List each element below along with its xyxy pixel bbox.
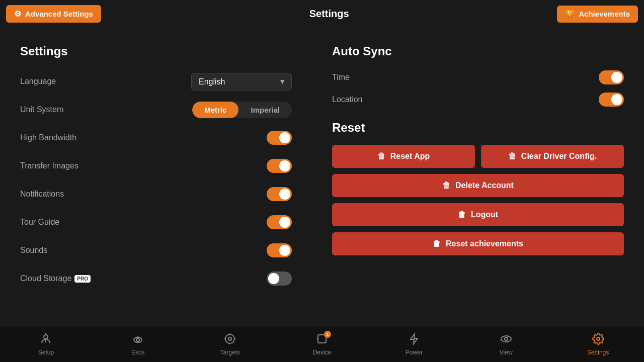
metric-button[interactable]: Metric bbox=[192, 102, 238, 118]
svg-point-0 bbox=[44, 335, 48, 339]
svg-point-6 bbox=[225, 334, 234, 343]
device-notification-badge: 1 bbox=[324, 331, 331, 338]
time-sync-row: Time bbox=[332, 70, 624, 84]
transfer-images-toggle[interactable] bbox=[267, 159, 292, 173]
sounds-row: Sounds bbox=[20, 241, 292, 259]
nav-view[interactable]: View bbox=[460, 326, 552, 362]
language-label: Language bbox=[20, 77, 56, 86]
language-select[interactable]: English Spanish French German bbox=[191, 73, 292, 90]
pro-badge: PRO bbox=[74, 275, 91, 283]
notifications-row: Notifications bbox=[20, 185, 292, 203]
settings-icon bbox=[592, 333, 604, 347]
advanced-settings-button[interactable]: ⚙ Advanced Settings bbox=[6, 5, 101, 23]
trash-icon: 🗑 bbox=[433, 239, 441, 248]
reset-achievements-button[interactable]: 🗑 Reset achievements bbox=[332, 232, 624, 255]
delete-account-button[interactable]: 🗑 Delete Account bbox=[332, 174, 624, 197]
nav-targets-label: Targets bbox=[220, 349, 239, 356]
settings-panel: Settings Language English Spanish French… bbox=[0, 28, 312, 326]
unit-system-label: Unit System bbox=[20, 105, 63, 114]
sounds-label: Sounds bbox=[20, 246, 47, 255]
achievements-button[interactable]: 🏆 Achievements bbox=[557, 6, 638, 23]
trophy-icon: 🏆 bbox=[565, 10, 575, 19]
nav-power-label: Power bbox=[406, 349, 423, 356]
main-content: Settings Language English Spanish French… bbox=[0, 28, 644, 326]
time-toggle[interactable] bbox=[599, 70, 624, 84]
tour-guide-row: Tour Guide bbox=[20, 213, 292, 231]
nav-targets[interactable]: Targets bbox=[184, 326, 276, 362]
right-panel: Auto Sync Time Location Reset 🗑 Reset Ap… bbox=[312, 28, 644, 326]
time-label: Time bbox=[332, 73, 350, 82]
logout-button[interactable]: 🗑 Logout bbox=[332, 203, 624, 226]
nav-setup[interactable]: Setup bbox=[0, 326, 92, 362]
setup-icon bbox=[40, 333, 52, 347]
nav-setup-label: Setup bbox=[38, 349, 54, 356]
reset-app-button[interactable]: 🗑 Reset App bbox=[332, 145, 475, 168]
targets-icon bbox=[224, 333, 236, 347]
settings-title: Settings bbox=[20, 44, 292, 58]
location-label: Location bbox=[332, 95, 363, 104]
bottom-nav: Setup Ekos Targets bbox=[0, 326, 644, 362]
page-title: Settings bbox=[309, 8, 349, 20]
cloud-storage-row: Cloud Storage PRO bbox=[20, 269, 292, 288]
ekos-icon bbox=[132, 333, 144, 347]
nav-device[interactable]: 1 Device bbox=[276, 326, 368, 362]
power-icon bbox=[408, 333, 420, 347]
language-select-wrapper: English Spanish French German ▼ bbox=[191, 73, 292, 90]
nav-view-label: View bbox=[500, 349, 513, 356]
nav-ekos-label: Ekos bbox=[131, 349, 145, 356]
reset-title: Reset bbox=[332, 121, 624, 135]
reset-buttons: 🗑 Reset App 🗑 Clear Driver Config. 🗑 Del… bbox=[332, 145, 624, 255]
imperial-button[interactable]: Imperial bbox=[238, 102, 292, 118]
nav-device-label: Device bbox=[313, 349, 332, 356]
nav-power[interactable]: Power bbox=[368, 326, 460, 362]
high-bandwidth-row: High Bandwidth bbox=[20, 129, 292, 147]
clear-driver-config-button[interactable]: 🗑 Clear Driver Config. bbox=[481, 145, 624, 168]
cloud-storage-toggle[interactable] bbox=[267, 272, 292, 286]
tour-guide-toggle[interactable] bbox=[267, 215, 292, 229]
svg-point-17 bbox=[597, 337, 600, 340]
sounds-toggle[interactable] bbox=[267, 243, 292, 257]
unit-toggle: Metric Imperial bbox=[192, 102, 292, 118]
view-icon bbox=[500, 333, 512, 347]
cloud-storage-label: Cloud Storage PRO bbox=[20, 274, 91, 283]
notifications-label: Notifications bbox=[20, 190, 64, 199]
gear-icon: ⚙ bbox=[14, 9, 21, 19]
location-sync-row: Location bbox=[332, 93, 624, 107]
svg-point-11 bbox=[228, 337, 231, 340]
transfer-images-row: Transfer Images bbox=[20, 157, 292, 175]
unit-system-row: Unit System Metric Imperial bbox=[20, 101, 292, 119]
high-bandwidth-label: High Bandwidth bbox=[20, 133, 76, 142]
nav-ekos[interactable]: Ekos bbox=[92, 326, 184, 362]
trash-icon: 🗑 bbox=[508, 152, 516, 161]
auto-sync-title: Auto Sync bbox=[332, 44, 624, 58]
svg-point-4 bbox=[136, 338, 139, 341]
transfer-images-label: Transfer Images bbox=[20, 161, 78, 170]
logout-icon: 🗑 bbox=[458, 210, 466, 219]
device-icon-wrapper: 1 bbox=[316, 333, 328, 347]
trash-icon: 🗑 bbox=[442, 181, 450, 190]
trash-icon: 🗑 bbox=[377, 152, 385, 161]
nav-settings[interactable]: Settings bbox=[552, 326, 644, 362]
svg-point-16 bbox=[505, 337, 508, 340]
tour-guide-label: Tour Guide bbox=[20, 218, 59, 227]
nav-settings-label: Settings bbox=[587, 349, 609, 356]
location-toggle[interactable] bbox=[599, 93, 624, 107]
high-bandwidth-toggle[interactable] bbox=[267, 131, 292, 145]
app-header: ⚙ Advanced Settings Settings 🏆 Achieveme… bbox=[0, 0, 644, 28]
notifications-toggle[interactable] bbox=[267, 187, 292, 201]
language-row: Language English Spanish French German ▼ bbox=[20, 72, 292, 90]
svg-point-15 bbox=[501, 336, 511, 342]
